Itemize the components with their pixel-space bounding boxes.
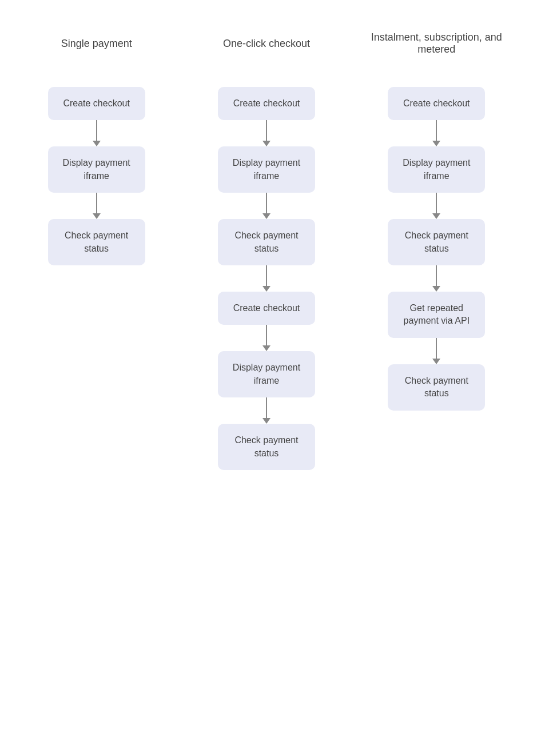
diagram-container: Single payment Create checkout Display p… [11,23,522,470]
node-oneclick-display-iframe-2: Display payment iframe [218,351,315,397]
arrow-line [266,325,267,345]
node-single-display-iframe: Display payment iframe [48,146,145,193]
column-header-single-payment: Single payment [61,23,132,64]
node-instalment-check-status-1: Check payment status [388,219,485,265]
column-header-instalment: Instalment, subscription, and metered [352,23,522,64]
arrow-line [266,397,267,418]
node-oneclick-create-checkout-2: Create checkout [218,292,315,325]
arrow [262,397,271,424]
arrow [432,338,440,364]
arrow-line [436,193,437,213]
arrow-line [266,193,267,213]
arrow-head [262,418,271,424]
arrow-line [266,120,267,141]
flow-single-payment: Create checkout Display payment iframe C… [11,87,181,265]
arrow-line [96,120,97,141]
arrow [262,325,271,351]
arrow-head [262,286,271,292]
column-instalment: Instalment, subscription, and metered Cr… [352,23,522,411]
node-instalment-check-status-2: Check payment status [388,364,485,411]
node-oneclick-check-status-2: Check payment status [218,424,315,470]
arrow-head [432,286,440,292]
arrow-line [436,265,437,286]
flow-one-click: Create checkout Display payment iframe C… [181,87,351,470]
node-instalment-get-repeated: Get repeated payment via API [388,292,485,338]
arrow-line [436,338,437,359]
arrow-head [93,141,101,146]
arrow [262,120,271,146]
flow-instalment: Create checkout Display payment iframe C… [352,87,522,411]
column-single-payment: Single payment Create checkout Display p… [11,23,181,265]
node-oneclick-check-status-1: Check payment status [218,219,315,265]
column-one-click: One-click checkout Create checkout Displ… [181,23,351,470]
arrow [432,265,440,292]
arrow-head [262,141,271,146]
arrow-head [432,213,440,219]
node-single-check-status: Check payment status [48,219,145,265]
arrow-line [436,120,437,141]
arrow-line [96,193,97,213]
arrow [432,120,440,146]
arrow-head [93,213,101,219]
arrow-head [262,213,271,219]
node-instalment-display-iframe: Display payment iframe [388,146,485,193]
arrow-head [432,141,440,146]
arrow [262,193,271,219]
arrow [93,120,101,146]
arrow [432,193,440,219]
node-single-create-checkout: Create checkout [48,87,145,120]
arrow-head [262,345,271,351]
column-header-one-click: One-click checkout [223,23,310,64]
arrow [93,193,101,219]
node-instalment-create-checkout: Create checkout [388,87,485,120]
node-oneclick-display-iframe-1: Display payment iframe [218,146,315,193]
arrow-head [432,359,440,364]
node-oneclick-create-checkout-1: Create checkout [218,87,315,120]
arrow-line [266,265,267,286]
arrow [262,265,271,292]
